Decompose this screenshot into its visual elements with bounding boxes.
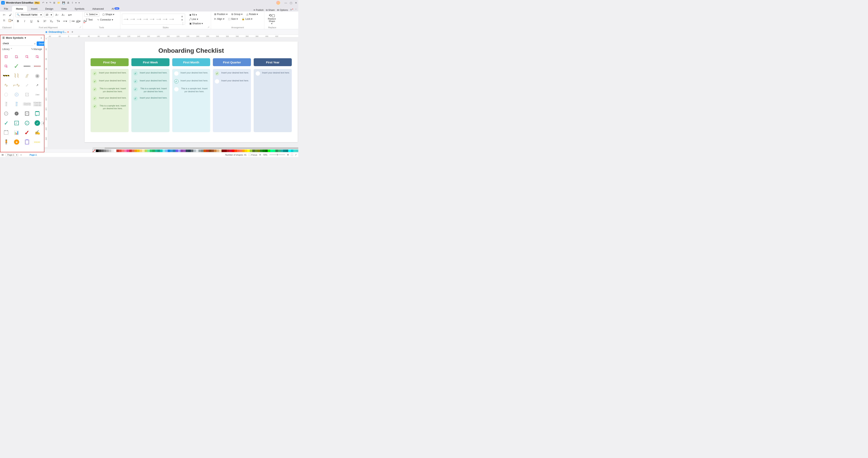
shape-tool[interactable]: ▢ Shape ▾: [101, 12, 116, 17]
checklist-item[interactable]: ✓Insert your desired text here.: [133, 71, 167, 76]
menu-insert[interactable]: Insert: [27, 6, 41, 11]
group-button[interactable]: ⧉ Group ▾: [230, 12, 244, 16]
superscript-icon[interactable]: X²: [42, 19, 48, 24]
symbol-item[interactable]: ✓: [12, 109, 21, 118]
column-header[interactable]: First Quarter: [213, 58, 251, 66]
symbol-item[interactable]: ◉: [33, 71, 41, 80]
check-icon[interactable]: ✓: [133, 79, 138, 84]
symbol-item[interactable]: ✓: [23, 119, 31, 127]
checklist-item[interactable]: ✓This is a sample text. Insert yor desir…: [93, 87, 127, 93]
color-swatch[interactable]: [103, 149, 106, 152]
fill-button[interactable]: ◆ Fill ▾: [188, 13, 205, 17]
symbol-item[interactable]: [33, 62, 41, 70]
highlight-icon[interactable]: ab▾: [76, 19, 81, 24]
pages-icon[interactable]: ▤: [2, 153, 4, 156]
replace-shape-button[interactable]: ⟲▢ Replace Shape▾: [266, 12, 278, 26]
symbol-item[interactable]: 🧍: [2, 138, 10, 146]
options-button[interactable]: ⚙Options: [277, 9, 288, 11]
shadow-button[interactable]: ▣ Shadow ▾: [188, 22, 205, 26]
checklist-item[interactable]: ✓Insert your desired text here.: [93, 96, 127, 101]
color-swatch[interactable]: [175, 149, 178, 152]
color-swatch[interactable]: [160, 149, 162, 152]
save-icon[interactable]: 💾: [62, 1, 65, 4]
redo-dropdown-icon[interactable]: ▾: [46, 1, 48, 4]
fit-page-icon[interactable]: ⛶: [291, 154, 293, 156]
clear-search-icon[interactable]: ●: [34, 42, 36, 46]
color-swatch[interactable]: [198, 149, 201, 152]
color-swatch[interactable]: [288, 149, 291, 152]
undo-icon[interactable]: ↶: [42, 1, 44, 4]
new-icon[interactable]: ⊞: [53, 1, 55, 4]
menu-ai[interactable]: AIhot: [108, 6, 123, 11]
rotate-button[interactable]: △ Rotate ▾: [245, 12, 259, 16]
color-swatch[interactable]: [111, 149, 114, 152]
symbol-item[interactable]: [23, 62, 31, 70]
column-header[interactable]: First Week: [131, 58, 169, 66]
checklist-item[interactable]: ✓Insert your desired text here.: [215, 71, 249, 76]
symbol-item[interactable]: ☐Check Box☐Check Box: [23, 100, 31, 108]
color-swatch[interactable]: [250, 149, 252, 152]
item-text[interactable]: Insert your desired text here.: [99, 71, 127, 74]
color-swatch[interactable]: [265, 149, 268, 152]
item-text[interactable]: Insert your desired text here.: [221, 71, 249, 74]
format-painter-icon[interactable]: 🖌: [8, 12, 13, 18]
color-swatch[interactable]: [132, 149, 134, 152]
color-swatch[interactable]: [145, 149, 147, 152]
color-swatch[interactable]: [162, 149, 165, 152]
zoom-in-icon[interactable]: ⊕: [287, 153, 289, 156]
color-swatch[interactable]: [242, 149, 245, 152]
item-text[interactable]: This is a sample text. Insert yor desire…: [99, 104, 127, 110]
color-swatch[interactable]: [219, 149, 221, 152]
panel-title-dropdown-icon[interactable]: ▾: [25, 36, 26, 39]
symbol-item[interactable]: ⌐∿: [12, 81, 21, 89]
color-swatch[interactable]: [229, 149, 232, 152]
color-swatch[interactable]: [142, 149, 145, 152]
color-swatch[interactable]: [152, 149, 155, 152]
symbol-item[interactable]: ☐text: [33, 90, 41, 99]
color-swatch[interactable]: [232, 149, 235, 152]
color-swatch[interactable]: [278, 149, 281, 152]
color-swatch[interactable]: [270, 149, 273, 152]
connector-style-gallery[interactable]: ⟶⟶⟶⟶⟶⟶⟶⟶ ▴▾⋮: [122, 13, 185, 25]
zoom-slider[interactable]: [269, 154, 285, 155]
color-swatch[interactable]: [247, 149, 250, 152]
horizontal-scrollbar[interactable]: [93, 147, 298, 149]
close-icon[interactable]: ✕: [295, 1, 297, 4]
gallery-down-icon[interactable]: ▾: [181, 18, 184, 22]
numbering-icon[interactable]: ⋮≡▾: [69, 19, 74, 24]
symbol-item[interactable]: [2, 90, 10, 99]
symbol-item[interactable]: ☑a☑b☑c: [12, 100, 21, 108]
checklist-item[interactable]: ✓Insert your desired text here.: [93, 79, 127, 84]
color-swatch[interactable]: [211, 149, 214, 152]
symbol-item[interactable]: [2, 128, 10, 137]
color-swatch[interactable]: [273, 149, 275, 152]
font-launcher-icon[interactable]: ⤢: [80, 26, 81, 28]
symbol-item[interactable]: ✓: [23, 128, 31, 137]
symbol-item[interactable]: [2, 71, 10, 80]
symbol-item[interactable]: ☑Check Box☐Check Box☐Check Box: [33, 100, 41, 108]
redo-icon[interactable]: ↷: [49, 1, 51, 4]
lock-button[interactable]: 🔒 Lock ▾: [240, 17, 254, 21]
focus-mode-button[interactable]: ⛶ Focus: [249, 154, 257, 156]
checklist-column[interactable]: First Day✓Insert your desired text here.…: [91, 58, 129, 132]
color-swatch[interactable]: [165, 149, 168, 152]
paste-icon[interactable]: 📋▾: [8, 18, 13, 23]
symbol-item[interactable]: [23, 53, 31, 61]
color-swatch[interactable]: [193, 149, 196, 152]
color-swatch[interactable]: [209, 149, 211, 152]
maximize-icon[interactable]: ▢: [290, 1, 292, 4]
color-swatch[interactable]: [235, 149, 237, 152]
item-text[interactable]: Insert your desired text here.: [99, 79, 127, 82]
checklist-item[interactable]: ✓Insert your desired text here.: [174, 71, 208, 76]
item-text[interactable]: This is a sample text. Insert yor desire…: [99, 87, 127, 93]
color-swatch[interactable]: [224, 149, 227, 152]
color-swatch[interactable]: [168, 149, 170, 152]
check-icon[interactable]: ✓: [133, 71, 138, 76]
symbol-search-input[interactable]: [2, 41, 33, 46]
check-icon[interactable]: ✓: [256, 71, 260, 76]
color-swatch[interactable]: [257, 149, 260, 152]
collapse-panel-icon[interactable]: «: [41, 36, 42, 39]
color-swatch[interactable]: [262, 149, 265, 152]
color-swatch[interactable]: [124, 149, 127, 152]
symbol-item[interactable]: ✓: [12, 62, 21, 70]
